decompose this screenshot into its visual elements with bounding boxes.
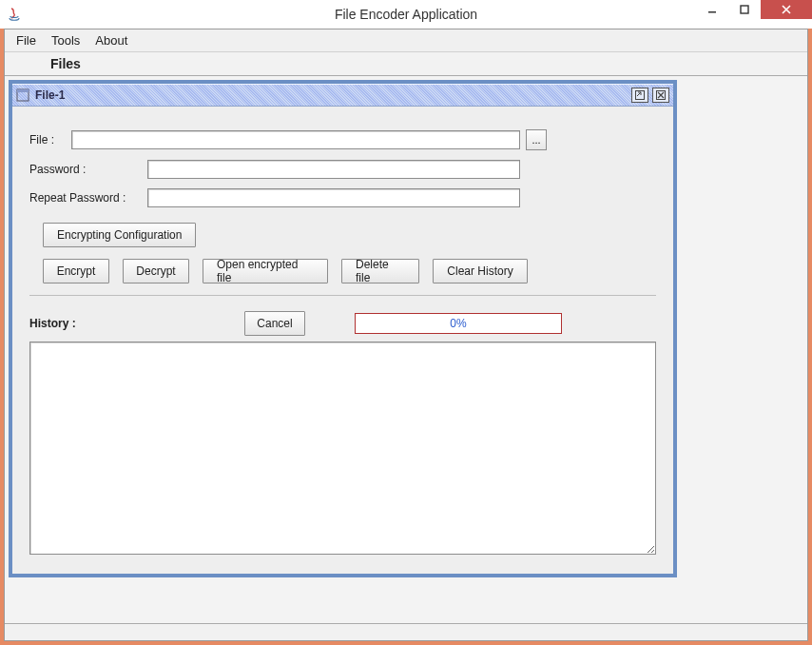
open-encrypted-file-button[interactable]: Open encrypted file (203, 259, 328, 283)
config-row: Encrypting Configuration (29, 217, 656, 255)
separator (29, 295, 656, 296)
section-heading: Files (5, 52, 807, 75)
menu-file[interactable]: File (9, 31, 44, 49)
svg-rect-3 (17, 89, 29, 92)
java-icon (6, 6, 23, 23)
password-input[interactable] (147, 160, 520, 179)
clear-history-button[interactable]: Clear History (433, 259, 528, 283)
menu-bar: File Tools About (5, 29, 807, 52)
file-input[interactable] (71, 130, 520, 149)
section-heading-label: Files (50, 56, 81, 71)
action-row: Encrypt Decrypt Open encrypted file Dele… (29, 255, 656, 291)
status-bar (5, 623, 807, 640)
repeat-password-row: Repeat Password : (29, 188, 656, 207)
app-window: File Encoder Application File Tools Abou… (0, 0, 812, 645)
delete-file-button[interactable]: Delete file (341, 259, 419, 283)
history-header: History : Cancel 0% (29, 311, 656, 336)
title-bar: File Encoder Application (0, 0, 812, 29)
maximize-button[interactable] (728, 0, 761, 19)
internal-frame-controls (631, 88, 669, 103)
svg-rect-0 (708, 11, 716, 13)
outer-frame: File Tools About Files File-1 (4, 29, 808, 641)
password-row: Password : (29, 160, 656, 179)
cancel-button[interactable]: Cancel (244, 311, 305, 336)
internal-frame-title: File-1 (35, 88, 65, 102)
frame-close-button[interactable] (652, 88, 669, 103)
progress-value: 0% (450, 317, 466, 330)
close-button[interactable] (761, 0, 812, 19)
repeat-password-input[interactable] (147, 188, 520, 207)
internal-frame-body: File : ... Password : Repeat Password : … (12, 107, 673, 574)
window-title: File Encoder Application (335, 7, 477, 22)
minimize-button[interactable] (696, 0, 728, 19)
history-textarea[interactable] (29, 342, 656, 555)
frame-maximize-button[interactable] (631, 88, 648, 103)
repeat-password-label: Repeat Password : (29, 191, 147, 205)
desktop-pane: File-1 File : ... (5, 75, 807, 625)
internal-frame-titlebar[interactable]: File-1 (12, 84, 673, 107)
encrypting-configuration-button[interactable]: Encrypting Configuration (43, 223, 196, 247)
history-label: History : (29, 317, 87, 330)
svg-rect-1 (741, 6, 748, 13)
file-label: File : (29, 133, 71, 147)
frame-icon (16, 88, 29, 102)
menu-tools[interactable]: Tools (44, 31, 87, 49)
file-row: File : ... (29, 129, 656, 150)
encrypt-button[interactable]: Encrypt (43, 259, 109, 283)
progress-bar: 0% (355, 313, 562, 334)
password-label: Password : (29, 163, 147, 176)
menu-about[interactable]: About (87, 31, 135, 49)
internal-frame: File-1 File : ... (9, 80, 677, 577)
decrypt-button[interactable]: Decrypt (123, 259, 189, 283)
window-controls (696, 0, 812, 19)
browse-button[interactable]: ... (526, 129, 547, 150)
